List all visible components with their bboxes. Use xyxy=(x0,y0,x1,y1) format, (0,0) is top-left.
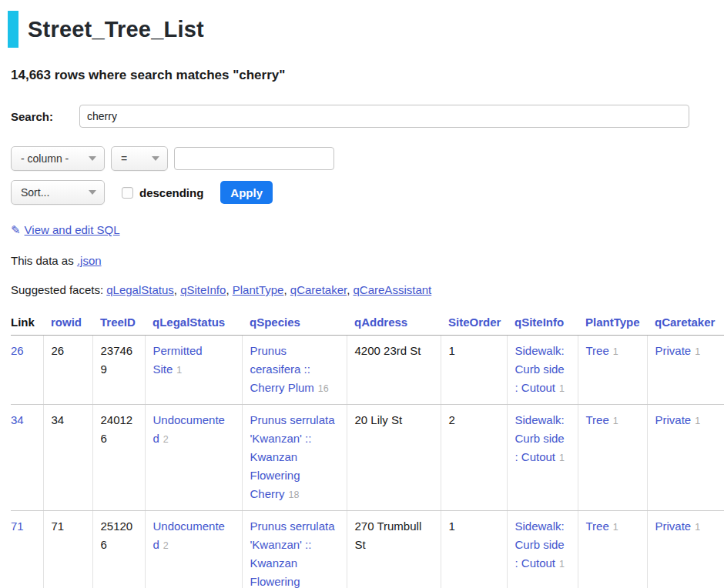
suggested-facets: Suggested facets: qLegalStatus, qSiteInf… xyxy=(11,283,724,296)
plant-type-link[interactable]: Tree xyxy=(586,344,609,357)
table-row: 26 26 237469 Permitted Site1 Prunus cera… xyxy=(11,336,724,405)
caretaker-link[interactable]: Private xyxy=(655,520,692,533)
filter-value-input[interactable] xyxy=(174,147,334,170)
col-header-rowid: rowid xyxy=(43,311,92,336)
cell-plant-type: Tree1 xyxy=(578,405,647,511)
facet-count: 1 xyxy=(559,453,565,463)
cell-caretaker: Private1 xyxy=(647,336,724,405)
search-input[interactable] xyxy=(79,105,689,128)
rows-summary: 14,663 rows where search matches "cherry… xyxy=(11,68,724,83)
col-header-qcaretaker: qCaretaker xyxy=(647,311,724,336)
table-row: 34 34 240126 Undocumented2 Prunus serrul… xyxy=(11,405,724,511)
plant-type-link[interactable]: Tree xyxy=(586,520,609,533)
facet-count: 1 xyxy=(176,365,182,376)
search-row: Search: xyxy=(11,105,689,128)
col-header-treeid-link[interactable]: TreeID xyxy=(100,316,136,329)
cell-treeid: 240126 xyxy=(92,405,145,511)
cell-legal-status: Permitted Site1 xyxy=(145,336,242,405)
species-link[interactable]: Prunus cerasifera :: Cherry Plum xyxy=(250,344,314,394)
col-header-planttype-link[interactable]: PlantType xyxy=(585,316,640,329)
col-header-qspecies-link[interactable]: qSpecies xyxy=(250,316,300,329)
chevron-down-icon xyxy=(89,190,96,195)
site-info-link[interactable]: Sidewalk: Curb side : Cutout xyxy=(515,520,565,570)
row-id-link[interactable]: 71 xyxy=(11,520,24,533)
facet-link-planttype[interactable]: PlantType xyxy=(233,283,284,296)
species-link[interactable]: Prunus serrulata 'Kwanzan' :: Kwanzan Fl… xyxy=(250,413,335,500)
cell-species: Prunus serrulata 'Kwanzan' :: Kwanzan Fl… xyxy=(242,511,347,588)
operator-select-value: = xyxy=(121,152,127,165)
cell-site-order: 1 xyxy=(441,336,507,405)
caretaker-link[interactable]: Private xyxy=(655,413,692,426)
col-header-qlegalstatus-link[interactable]: qLegalStatus xyxy=(153,316,225,329)
cell-caretaker: Private1 xyxy=(647,405,724,511)
filter-row: - column - = xyxy=(11,146,724,171)
json-link[interactable]: .json xyxy=(77,254,102,267)
facet-count: 1 xyxy=(695,416,700,426)
view-edit-sql-link[interactable]: View and edit SQL xyxy=(25,223,120,236)
facet-link-qlegalstatus[interactable]: qLegalStatus xyxy=(106,283,174,296)
facet-count: 18 xyxy=(289,489,300,500)
table-header-row: Link rowid TreeID qLegalStatus qSpecies … xyxy=(11,311,724,336)
facet-count: 1 xyxy=(613,522,618,533)
chevron-down-icon xyxy=(89,156,96,161)
col-header-siteorder-link[interactable]: SiteOrder xyxy=(448,316,501,329)
page: Street_Tree_List 14,663 rows where searc… xyxy=(0,0,724,588)
facet-count: 2 xyxy=(163,434,169,445)
cell-plant-type: Tree1 xyxy=(578,336,647,405)
search-label: Search: xyxy=(11,110,79,123)
cell-treeid: 237469 xyxy=(92,336,145,405)
col-header-qaddress-link[interactable]: qAddress xyxy=(354,316,407,329)
caretaker-link[interactable]: Private xyxy=(655,344,692,357)
sort-select-value: Sort... xyxy=(21,186,49,199)
table-row: 71 71 251206 Undocumented2 Prunus serrul… xyxy=(11,511,724,588)
cell-site-info: Sidewalk: Curb side : Cutout1 xyxy=(507,405,578,511)
col-header-link: Link xyxy=(11,311,43,336)
cell-address: 270 Trumbull St xyxy=(347,511,441,588)
cell-link: 26 xyxy=(11,336,43,405)
facet-count: 16 xyxy=(318,383,329,394)
facet-count: 1 xyxy=(559,383,565,394)
row-id-link[interactable]: 26 xyxy=(11,344,24,357)
facet-link-qcaretaker[interactable]: qCaretaker xyxy=(290,283,347,296)
col-header-qspecies: qSpecies xyxy=(242,311,347,336)
col-header-rowid-link[interactable]: rowid xyxy=(51,316,82,329)
cell-site-info: Sidewalk: Curb side : Cutout1 xyxy=(507,511,578,588)
facet-link-qsiteinfo[interactable]: qSiteInfo xyxy=(180,283,226,296)
col-header-qcaretaker-link[interactable]: qCaretaker xyxy=(655,316,715,329)
data-as-line: This data as .json xyxy=(11,254,724,267)
apply-button[interactable]: Apply xyxy=(220,181,273,204)
facet-count: 1 xyxy=(695,346,700,357)
plant-type-link[interactable]: Tree xyxy=(586,413,609,426)
facet-link-qcareassistant[interactable]: qCareAssistant xyxy=(354,283,432,296)
column-select[interactable]: - column - xyxy=(11,146,105,171)
table-body: 26 26 237469 Permitted Site1 Prunus cera… xyxy=(11,336,724,588)
cell-rowid: 71 xyxy=(43,511,92,588)
site-info-link[interactable]: Sidewalk: Curb side : Cutout xyxy=(515,413,565,463)
suggested-facets-links: qLegalStatus, qSiteInfo, PlantType, qCar… xyxy=(106,283,431,296)
cell-site-info: Sidewalk: Curb side : Cutout1 xyxy=(507,336,578,405)
col-header-qlegalstatus: qLegalStatus xyxy=(145,311,242,336)
descending-checkbox[interactable] xyxy=(122,187,133,199)
data-as-prefix: This data as xyxy=(11,254,77,267)
sql-line: ✎View and edit SQL xyxy=(11,223,724,237)
site-info-link[interactable]: Sidewalk: Curb side : Cutout xyxy=(515,344,565,394)
facet-count: 2 xyxy=(163,540,169,551)
cell-rowid: 34 xyxy=(43,405,92,511)
descending-label: descending xyxy=(139,186,203,199)
cell-legal-status: Undocumented2 xyxy=(145,405,242,511)
facet-count: 1 xyxy=(613,346,618,357)
facet-count: 1 xyxy=(695,522,700,533)
facet-count: 1 xyxy=(613,416,618,426)
col-header-qsiteinfo-link[interactable]: qSiteInfo xyxy=(515,316,564,329)
row-id-link[interactable]: 34 xyxy=(11,413,24,426)
sort-select[interactable]: Sort... xyxy=(11,180,105,205)
operator-select[interactable]: = xyxy=(111,146,168,171)
col-header-siteorder: SiteOrder xyxy=(441,311,507,336)
cell-legal-status: Undocumented2 xyxy=(145,511,242,588)
col-header-planttype: PlantType xyxy=(578,311,647,336)
chevron-down-icon xyxy=(152,156,159,161)
page-title: Street_Tree_List xyxy=(8,11,724,48)
species-link[interactable]: Prunus serrulata 'Kwanzan' :: Kwanzan Fl… xyxy=(250,520,335,588)
col-header-qaddress: qAddress xyxy=(347,311,441,336)
results-table: Link rowid TreeID qLegalStatus qSpecies … xyxy=(11,311,724,588)
